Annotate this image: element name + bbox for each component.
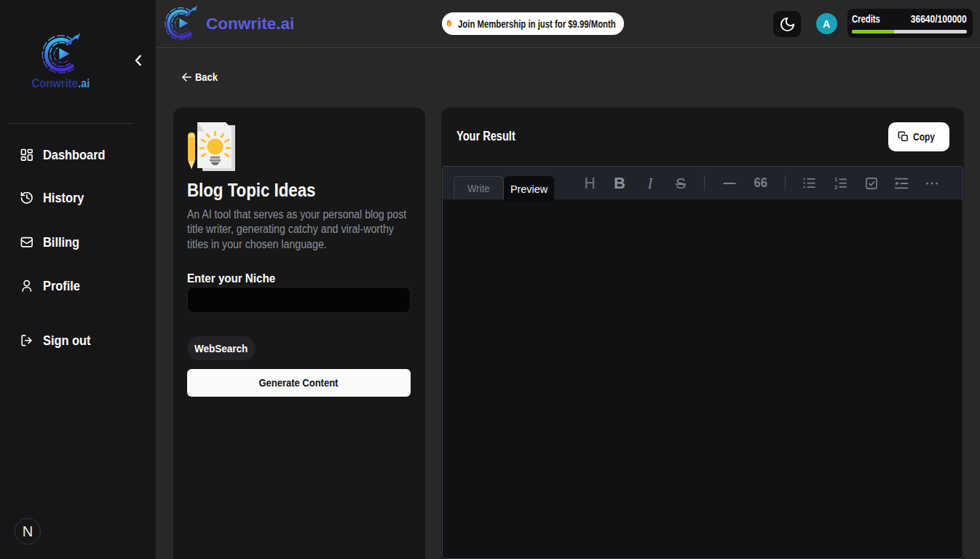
svg-text:2: 2 bbox=[834, 184, 837, 191]
svg-text:1: 1 bbox=[834, 176, 837, 183]
